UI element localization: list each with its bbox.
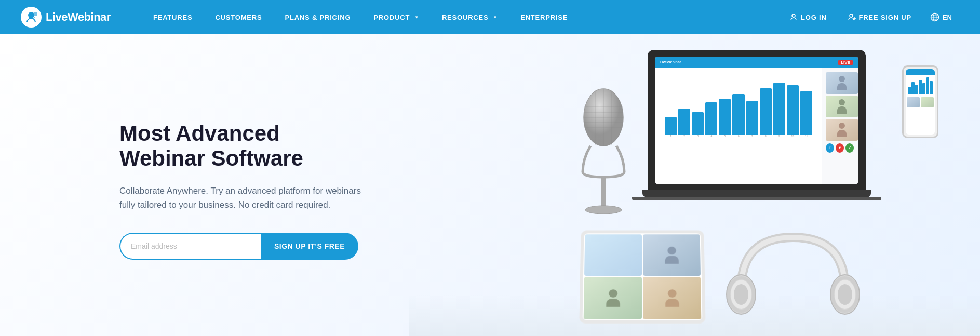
tablet-cell-3 <box>584 277 642 319</box>
phone-chart-bar <box>915 85 918 94</box>
signup-button[interactable]: SIGN UP IT'S FREE <box>261 233 358 260</box>
chart-bar <box>705 102 717 134</box>
tablet-chart <box>609 242 618 267</box>
phone-video-row <box>906 96 935 109</box>
screen-sidebar: f ♥ ✓ <box>822 68 858 184</box>
svg-point-23 <box>585 206 622 214</box>
chart-bar <box>800 91 812 134</box>
phone-chart-bar <box>908 87 911 94</box>
phone-chart-bar <box>911 82 915 94</box>
screen-main: 1 2 3 4 5 6 7 8 9 10 11 <box>655 68 822 184</box>
nav-product[interactable]: PRODUCT ▼ <box>362 0 431 34</box>
video-thumb-1 <box>826 72 858 94</box>
nav-customers[interactable]: CUSTOMERS <box>204 0 273 34</box>
tablet-cell-4 <box>643 277 701 319</box>
svg-rect-21 <box>601 177 606 208</box>
tablet-cell-2 <box>643 234 701 276</box>
video-thumb-3 <box>826 119 858 141</box>
phone-chart-bar <box>922 83 925 94</box>
phone-body <box>902 65 938 138</box>
reaction-buttons: f ♥ ✓ <box>826 142 854 154</box>
tablet-body <box>579 230 705 323</box>
tablet-cell-1 <box>584 234 642 276</box>
logo-icon <box>21 7 42 28</box>
nav-enterprise[interactable]: ENTERPRISE <box>509 0 579 34</box>
phone-chart <box>906 75 935 96</box>
laptop-device: LiveWebinar LIVE 1 2 3 4 <box>648 50 866 206</box>
hero-section: Most Advanced Webinar Software Collabora… <box>0 34 980 336</box>
hero-subtitle: Collaborate Anywhere. Try an advanced pl… <box>119 184 364 212</box>
laptop-body: LiveWebinar LIVE 1 2 3 4 <box>648 50 866 190</box>
person-add-icon <box>848 13 856 21</box>
phone-chart-bar <box>926 77 929 94</box>
chart-bar <box>719 99 731 135</box>
svg-point-0 <box>28 12 34 18</box>
screen-content: 1 2 3 4 5 6 7 8 9 10 11 <box>655 68 858 184</box>
tablet-screen <box>583 233 703 320</box>
headphones-svg <box>726 227 861 331</box>
login-link[interactable]: LOG IN <box>780 0 836 34</box>
globe-icon <box>930 12 939 22</box>
navbar: LiveWebinar FEATURES CUSTOMERS PLANS & P… <box>0 0 980 34</box>
bar-chart <box>660 72 817 135</box>
nav-right: LOG IN FREE SIGN UP EN <box>780 0 959 34</box>
laptop-base-bottom <box>632 197 881 200</box>
phone-vid-1 <box>907 97 920 107</box>
chart-x-labels: 1 2 3 4 5 6 7 8 9 10 11 <box>660 135 817 138</box>
phone-content <box>906 69 935 135</box>
svg-point-2 <box>792 14 795 17</box>
phone-chart-bar <box>930 81 933 94</box>
svg-point-1 <box>33 12 37 16</box>
phone-screen-header <box>906 69 935 75</box>
headphones <box>726 227 861 331</box>
hero-title: Most Advanced Webinar Software <box>119 121 364 171</box>
nav-plans-pricing[interactable]: PLANS & PRICING <box>273 0 362 34</box>
chart-bar <box>665 117 677 134</box>
email-input[interactable] <box>119 233 261 260</box>
tablet-device <box>580 230 705 326</box>
phone-device <box>902 65 938 221</box>
product-dropdown-arrow: ▼ <box>414 15 419 20</box>
video-thumb-2 <box>826 96 858 117</box>
chart-bar <box>760 88 772 135</box>
language-selector[interactable]: EN <box>923 0 959 34</box>
laptop-screen: LiveWebinar LIVE 1 2 3 4 <box>655 57 858 184</box>
nav-features[interactable]: FEATURES <box>142 0 204 34</box>
chart-bar <box>692 112 704 134</box>
svg-point-3 <box>850 14 853 17</box>
laptop-base <box>642 190 871 197</box>
phone-screen <box>906 69 935 135</box>
svg-point-26 <box>734 284 748 305</box>
logo-link[interactable]: LiveWebinar <box>21 7 111 28</box>
chart-bar <box>732 94 744 135</box>
chart-bar <box>746 101 758 134</box>
nav-resources[interactable]: RESOURCES ▼ <box>431 0 509 34</box>
microphone-svg <box>570 76 637 221</box>
phone-chart-bar <box>919 80 922 94</box>
microphone <box>570 76 637 221</box>
chart-bar <box>678 109 690 135</box>
brand-name: LiveWebinar <box>46 10 111 24</box>
hero-illustration: LiveWebinar LIVE 1 2 3 4 <box>409 34 980 336</box>
lock-icon <box>789 13 798 21</box>
screen-header: LiveWebinar LIVE <box>655 57 858 68</box>
hero-form: SIGN UP IT'S FREE <box>119 233 358 260</box>
nav-links: FEATURES CUSTOMERS PLANS & PRICING PRODU… <box>142 0 780 34</box>
free-signup-link[interactable]: FREE SIGN UP <box>838 0 921 34</box>
hero-content: Most Advanced Webinar Software Collabora… <box>0 121 364 260</box>
live-badge: LIVE <box>838 60 853 65</box>
resources-dropdown-arrow: ▼ <box>493 15 498 20</box>
video-thumbnails: f ♥ ✓ <box>824 70 856 156</box>
phone-vid-2 <box>921 97 934 107</box>
chart-bar <box>787 85 799 134</box>
svg-point-29 <box>838 284 852 305</box>
chart-bar <box>773 83 785 135</box>
